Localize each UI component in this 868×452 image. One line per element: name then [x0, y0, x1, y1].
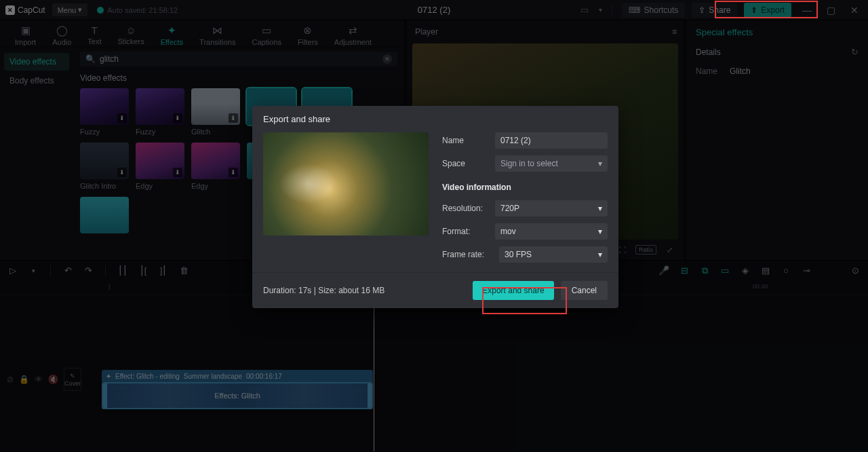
space-label: Space	[442, 159, 488, 168]
export-name-input[interactable]	[495, 132, 608, 149]
framerate-select[interactable]: 30 FPS▾	[499, 246, 608, 263]
chevron-down-icon: ▾	[598, 204, 602, 213]
resolution-select[interactable]: 720P▾	[495, 200, 608, 216]
resolution-label: Resolution:	[442, 204, 488, 213]
modal-body: Name Space Sign in to select▾ Video info…	[252, 132, 618, 272]
cancel-button[interactable]: Cancel	[561, 281, 608, 300]
modal-form: Name Space Sign in to select▾ Video info…	[442, 132, 608, 263]
format-select[interactable]: mov▾	[495, 223, 608, 240]
video-info-heading: Video information	[442, 183, 608, 192]
export-info: Duration: 17s | Size: about 16 MB	[263, 286, 384, 295]
chevron-down-icon: ▾	[598, 250, 602, 259]
name-label: Name	[442, 136, 488, 145]
space-select[interactable]: Sign in to select▾	[495, 155, 608, 172]
modal-title: Export and share	[252, 106, 618, 132]
export-preview	[263, 132, 429, 236]
modal-footer: Duration: 17s | Size: about 16 MB Export…	[252, 272, 618, 308]
framerate-label: Frame rate:	[442, 250, 492, 259]
export-modal: Export and share Name Space Sign in to s…	[252, 106, 618, 308]
export-and-share-button[interactable]: Export and share	[473, 281, 553, 300]
chevron-down-icon: ▾	[598, 227, 602, 236]
chevron-down-icon: ▾	[598, 159, 602, 168]
format-label: Format:	[442, 227, 488, 236]
